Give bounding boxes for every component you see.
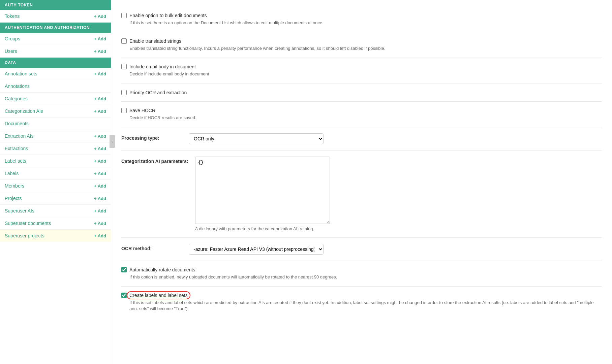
checkbox-auto_rotate[interactable] xyxy=(121,267,127,272)
sidebar-add-groups[interactable]: + Add xyxy=(94,36,106,41)
sidebar: AUTH TOKENTokens+ AddAUTHENTICATION AND … xyxy=(0,0,111,364)
sidebar-add-members[interactable]: + Add xyxy=(94,184,106,189)
sidebar-item-label-annotations: Annotations xyxy=(5,84,30,89)
form-row-email_body: Include email body in documentDecide if … xyxy=(121,58,602,84)
form-row-priority_ocr: Priority OCR and extraction xyxy=(121,84,602,102)
sidebar-item-labels[interactable]: Labels+ Add xyxy=(0,167,111,180)
field-description-email_body: Decide if include email body in document xyxy=(129,71,602,77)
sidebar-add-superuser_ais[interactable]: + Add xyxy=(94,208,106,213)
sidebar-item-categorization_ais[interactable]: Categorization AIs+ Add xyxy=(0,105,111,118)
sidebar-item-label-documents: Documents xyxy=(5,121,29,126)
form-row-translated_strings: Enable translated stringsEnables transla… xyxy=(121,32,602,58)
sidebar-item-label-users: Users xyxy=(5,48,17,54)
sidebar-item-label_sets[interactable]: Label sets+ Add xyxy=(0,155,111,167)
sidebar-item-superuser_documents[interactable]: Superuser documents+ Add xyxy=(0,217,111,230)
sidebar-item-annotation_sets[interactable]: Annotation sets+ Add xyxy=(0,68,111,80)
sidebar-add-labels[interactable]: + Add xyxy=(94,171,106,176)
field-description-bulk_edit: If this is set there is an option on the… xyxy=(129,20,602,26)
sidebar-item-superuser_ais[interactable]: Superuser AIs+ Add xyxy=(0,205,111,217)
sidebar-add-extraction_ais[interactable]: + Add xyxy=(94,134,106,139)
sidebar-add-extractions[interactable]: + Add xyxy=(94,146,106,151)
sidebar-item-extraction_ais[interactable]: Extraction AIs+ Add xyxy=(0,130,111,142)
sidebar-item-groups[interactable]: Groups+ Add xyxy=(0,33,111,45)
sidebar-section-auth_token: AUTH TOKEN xyxy=(0,0,111,10)
checkbox-bulk_edit[interactable] xyxy=(121,13,127,18)
sidebar-section-auth_and_authz: AUTHENTICATION AND AUTHORIZATION xyxy=(0,23,111,33)
sidebar-item-documents[interactable]: Documents xyxy=(0,118,111,130)
form-row-bulk_edit: Enable option to bulk edit documentsIf t… xyxy=(121,7,602,32)
select-processing_type[interactable]: OCR onlyExtraction onlyOCR and Extractio… xyxy=(189,133,324,144)
field-hint-categorization_ai_params: A dictionary with parameters for the cat… xyxy=(195,226,330,231)
form-row-auto_rotate: Automatically rotate documentsIf this op… xyxy=(121,261,602,287)
sidebar-item-label-categories: Categories xyxy=(5,96,28,101)
sidebar-item-label-superuser_ais: Superuser AIs xyxy=(5,208,34,213)
checkbox-save_hocr[interactable] xyxy=(121,108,127,113)
sidebar-add-users[interactable]: + Add xyxy=(94,49,106,54)
checkbox-label-priority_ocr: Priority OCR and extraction xyxy=(129,90,187,95)
field-label-processing_type: Processing type: xyxy=(121,133,182,141)
field-description-translated_strings: Enables translated string functionality.… xyxy=(129,45,602,52)
form-row-create_labels: Create labels and label setsIf this is s… xyxy=(121,287,602,318)
sidebar-item-label-annotation_sets: Annotation sets xyxy=(5,71,37,76)
checkbox-priority_ocr[interactable] xyxy=(121,90,127,95)
checkbox-translated_strings[interactable] xyxy=(121,38,127,44)
sidebar-collapse-toggle[interactable]: ‹ xyxy=(110,135,115,148)
sidebar-add-categories[interactable]: + Add xyxy=(94,96,106,101)
checkbox-label-save_hocr: Save HOCR xyxy=(129,108,155,113)
sidebar-item-categories[interactable]: Categories+ Add xyxy=(0,93,111,105)
sidebar-item-annotations[interactable]: Annotations xyxy=(0,80,111,93)
sidebar-item-label-extraction_ais: Extraction AIs xyxy=(5,133,34,139)
sidebar-item-tokens[interactable]: Tokens+ Add xyxy=(0,10,111,23)
checkbox-label-auto_rotate: Automatically rotate documents xyxy=(129,267,195,272)
sidebar-add-superuser_documents[interactable]: + Add xyxy=(94,221,106,226)
sidebar-add-label_sets[interactable]: + Add xyxy=(94,159,106,164)
sidebar-item-extractions[interactable]: Extractions+ Add xyxy=(0,142,111,155)
sidebar-item-label-tokens: Tokens xyxy=(5,13,20,19)
checkbox-label-email_body: Include email body in document xyxy=(129,64,196,69)
field-description-save_hocr: Decide if HOCR results are saved. xyxy=(129,115,602,121)
sidebar-add-projects[interactable]: + Add xyxy=(94,196,106,201)
field-label-ocr_method: OCR method: xyxy=(121,244,182,251)
sidebar-item-label-label_sets: Label sets xyxy=(5,158,26,164)
sidebar-add-tokens[interactable]: + Add xyxy=(94,14,106,19)
sidebar-item-label-members: Members xyxy=(5,183,24,189)
form-row-save_hocr: Save HOCRDecide if HOCR results are save… xyxy=(121,102,602,127)
textarea-categorization_ai_params[interactable]: {} xyxy=(195,157,330,224)
form-row-categorization_ai_params: Categorization AI parameters:{}A diction… xyxy=(121,151,602,238)
sidebar-item-label-superuser_documents: Superuser documents xyxy=(5,221,51,226)
sidebar-item-label-labels: Labels xyxy=(5,171,19,176)
checkbox-create_labels[interactable] xyxy=(121,293,127,298)
sidebar-item-members[interactable]: Members+ Add xyxy=(0,180,111,192)
field-description-auto_rotate: If this option is enabled, newly uploade… xyxy=(129,274,602,280)
sidebar-item-label-categorization_ais: Categorization AIs xyxy=(5,108,43,114)
form-row-ocr_method: OCR method:-azure: Faster Azure Read API… xyxy=(121,238,602,261)
sidebar-item-label-projects: Projects xyxy=(5,196,22,201)
select-ocr_method[interactable]: -azure: Faster Azure Read API V3 (withou… xyxy=(189,244,324,255)
sidebar-section-data: DATA xyxy=(0,58,111,68)
checkbox-label-translated_strings: Enable translated strings xyxy=(129,38,181,44)
sidebar-item-projects[interactable]: Projects+ Add xyxy=(0,192,111,205)
checkbox-label-create_labels: Create labels and label sets xyxy=(129,293,188,298)
checkbox-email_body[interactable] xyxy=(121,64,127,69)
sidebar-add-categorization_ais[interactable]: + Add xyxy=(94,109,106,114)
sidebar-item-label-groups: Groups xyxy=(5,36,20,41)
sidebar-add-annotation_sets[interactable]: + Add xyxy=(94,71,106,76)
sidebar-item-label-extractions: Extractions xyxy=(5,146,28,151)
sidebar-item-superuser_projects[interactable]: Superuser projects+ Add xyxy=(0,230,111,242)
sidebar-add-superuser_projects[interactable]: + Add xyxy=(94,233,106,238)
form-row-processing_type: Processing type:OCR onlyExtraction onlyO… xyxy=(121,127,602,151)
field-description-create_labels: If this is set labels and label sets whi… xyxy=(129,300,602,312)
checkbox-label-bulk_edit: Enable option to bulk edit documents xyxy=(129,13,207,18)
sidebar-item-label-superuser_projects: Superuser projects xyxy=(5,233,44,238)
field-label-categorization_ai_params: Categorization AI parameters: xyxy=(121,157,188,164)
sidebar-item-users[interactable]: Users+ Add xyxy=(0,45,111,58)
main-content: Enable option to bulk edit documentsIf t… xyxy=(111,0,612,364)
